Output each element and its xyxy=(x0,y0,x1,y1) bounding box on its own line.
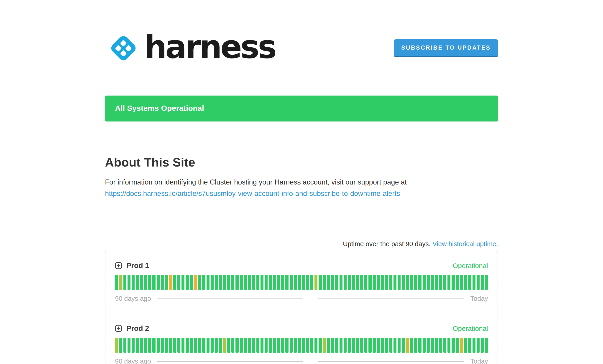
uptime-day-bar[interactable] xyxy=(157,275,160,290)
uptime-day-bar[interactable] xyxy=(356,338,359,353)
uptime-day-bar[interactable] xyxy=(306,338,309,353)
uptime-day-bar[interactable] xyxy=(152,275,155,290)
expand-plus-icon[interactable] xyxy=(115,262,122,269)
uptime-day-bar[interactable] xyxy=(439,275,442,290)
uptime-day-bar[interactable] xyxy=(460,338,463,353)
uptime-day-bar[interactable] xyxy=(481,275,484,290)
uptime-day-bar[interactable] xyxy=(173,275,176,290)
uptime-day-bar[interactable] xyxy=(148,275,151,290)
uptime-day-bar[interactable] xyxy=(447,338,451,353)
uptime-day-bar[interactable] xyxy=(477,338,480,353)
uptime-day-bar[interactable] xyxy=(410,275,413,290)
uptime-day-bar[interactable] xyxy=(473,275,475,290)
uptime-day-bar[interactable] xyxy=(418,275,421,290)
uptime-day-bar[interactable] xyxy=(302,275,305,290)
uptime-day-bar[interactable] xyxy=(248,275,251,290)
uptime-day-bar[interactable] xyxy=(427,338,430,353)
uptime-day-bar[interactable] xyxy=(281,275,284,290)
uptime-day-bar[interactable] xyxy=(452,338,454,353)
uptime-day-bar[interactable] xyxy=(219,275,222,290)
uptime-day-bar[interactable] xyxy=(119,338,122,353)
uptime-day-bar[interactable] xyxy=(464,338,467,353)
uptime-day-bar[interactable] xyxy=(360,338,363,353)
uptime-day-bar[interactable] xyxy=(265,338,267,353)
uptime-day-bar[interactable] xyxy=(394,338,396,353)
about-support-link[interactable]: https://docs.harness.io/article/s7ususml… xyxy=(105,188,400,199)
uptime-day-bar[interactable] xyxy=(323,338,326,353)
uptime-day-bar[interactable] xyxy=(190,338,193,353)
uptime-day-bar[interactable] xyxy=(194,275,197,290)
uptime-day-bar[interactable] xyxy=(456,338,459,353)
uptime-day-bar[interactable] xyxy=(414,338,417,353)
uptime-day-bar[interactable] xyxy=(398,275,401,290)
uptime-day-bar[interactable] xyxy=(132,275,135,290)
uptime-day-bar[interactable] xyxy=(261,275,264,290)
uptime-day-bar[interactable] xyxy=(207,275,209,290)
uptime-day-bar[interactable] xyxy=(344,275,347,290)
uptime-day-bar[interactable] xyxy=(136,275,139,290)
uptime-day-bar[interactable] xyxy=(128,275,130,290)
uptime-day-bar[interactable] xyxy=(177,338,180,353)
uptime-day-bar[interactable] xyxy=(252,275,255,290)
uptime-day-bar[interactable] xyxy=(198,338,201,353)
uptime-day-bar[interactable] xyxy=(223,275,226,290)
uptime-day-bar[interactable] xyxy=(140,275,143,290)
uptime-day-bar[interactable] xyxy=(227,275,230,290)
uptime-day-bar[interactable] xyxy=(406,275,409,290)
uptime-day-bar[interactable] xyxy=(123,338,126,353)
uptime-day-bar[interactable] xyxy=(244,338,247,353)
uptime-day-bar[interactable] xyxy=(165,338,168,353)
uptime-day-bar[interactable] xyxy=(406,338,409,353)
uptime-day-bar[interactable] xyxy=(364,275,367,290)
uptime-day-bar[interactable] xyxy=(277,275,280,290)
uptime-day-bar[interactable] xyxy=(314,338,317,353)
uptime-day-bar[interactable] xyxy=(269,338,272,353)
uptime-day-bar[interactable] xyxy=(194,338,197,353)
uptime-day-bar[interactable] xyxy=(231,338,234,353)
uptime-day-bar[interactable] xyxy=(410,338,413,353)
uptime-day-bar[interactable] xyxy=(182,275,185,290)
uptime-day-bar[interactable] xyxy=(269,275,272,290)
uptime-day-bar[interactable] xyxy=(348,338,351,353)
uptime-day-bar[interactable] xyxy=(402,338,405,353)
uptime-day-bar[interactable] xyxy=(427,275,430,290)
uptime-day-bar[interactable] xyxy=(473,338,475,353)
uptime-day-bar[interactable] xyxy=(290,275,293,290)
uptime-day-bar[interactable] xyxy=(306,275,309,290)
expand-plus-icon[interactable] xyxy=(115,325,122,332)
uptime-day-bar[interactable] xyxy=(381,275,384,290)
uptime-day-bar[interactable] xyxy=(136,338,139,353)
uptime-day-bar[interactable] xyxy=(252,338,255,353)
uptime-day-bar[interactable] xyxy=(339,338,342,353)
uptime-day-bar[interactable] xyxy=(477,275,480,290)
uptime-day-bar[interactable] xyxy=(211,275,214,290)
uptime-day-bar[interactable] xyxy=(485,338,488,353)
uptime-day-bar[interactable] xyxy=(240,338,243,353)
uptime-day-bar[interactable] xyxy=(169,275,172,290)
uptime-day-bar[interactable] xyxy=(302,338,305,353)
uptime-day-bar[interactable] xyxy=(456,275,459,290)
uptime-day-bar[interactable] xyxy=(298,275,301,290)
uptime-day-bar[interactable] xyxy=(165,275,168,290)
uptime-day-bar[interactable] xyxy=(265,275,267,290)
uptime-day-bar[interactable] xyxy=(294,275,297,290)
uptime-day-bar[interactable] xyxy=(285,275,288,290)
uptime-day-bar[interactable] xyxy=(331,275,334,290)
uptime-day-bar[interactable] xyxy=(152,338,155,353)
uptime-day-bar[interactable] xyxy=(460,275,463,290)
uptime-day-bar[interactable] xyxy=(161,275,164,290)
uptime-day-bar[interactable] xyxy=(298,338,301,353)
uptime-day-bar[interactable] xyxy=(335,275,338,290)
uptime-day-bar[interactable] xyxy=(394,275,396,290)
uptime-day-bar[interactable] xyxy=(256,275,259,290)
uptime-day-bar[interactable] xyxy=(310,338,313,353)
uptime-day-bar[interactable] xyxy=(335,338,338,353)
uptime-day-bar[interactable] xyxy=(128,338,130,353)
uptime-day-bar[interactable] xyxy=(418,338,421,353)
uptime-day-bar[interactable] xyxy=(369,275,371,290)
uptime-day-bar[interactable] xyxy=(369,338,371,353)
uptime-day-bar[interactable] xyxy=(144,338,147,353)
uptime-day-bar[interactable] xyxy=(373,338,376,353)
uptime-day-bar[interactable] xyxy=(344,338,347,353)
uptime-day-bar[interactable] xyxy=(339,275,342,290)
